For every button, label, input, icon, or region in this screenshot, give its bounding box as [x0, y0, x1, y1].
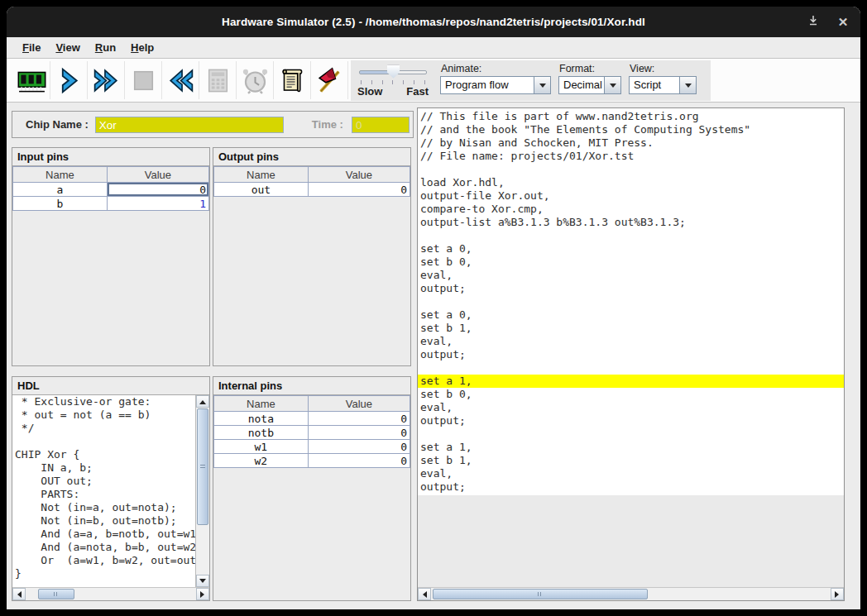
scroll-right-button[interactable]	[831, 588, 844, 600]
internal-pins-title: Internal pins	[213, 377, 410, 395]
pin-value[interactable]: 0	[308, 426, 410, 440]
menu-file[interactable]: File	[15, 41, 48, 54]
speed-slider: Slow Fast	[357, 63, 429, 98]
code-line: Not (in=a, out=nota);	[12, 501, 195, 514]
menu-bar: FileViewRunHelp	[7, 37, 860, 59]
code-line	[418, 295, 844, 308]
pin-value[interactable]: 0	[308, 183, 410, 197]
code-line	[418, 427, 844, 441]
input-pins-title: Input pins	[12, 148, 209, 166]
animate-value: Program flow	[441, 77, 534, 93]
pin-name: notb	[214, 426, 309, 440]
code-line: // File name: projects/01/Xor.tst	[418, 150, 844, 163]
pin-row-b: b1	[13, 197, 209, 211]
minimize-button[interactable]	[799, 7, 827, 37]
time-field: 0	[352, 117, 410, 133]
code-line: output;	[418, 414, 844, 427]
code-line: // This file is part of www.nand2tetris.…	[418, 110, 844, 123]
speed-slider-ticks	[357, 79, 429, 84]
hdl-vertical-scrollbar[interactable]	[196, 395, 209, 587]
code-line: set a 0,	[418, 308, 844, 322]
pin-value[interactable]: 0	[308, 454, 410, 468]
calculator-button[interactable]	[199, 61, 237, 99]
pin-name: b	[13, 197, 108, 211]
view-label: View:	[630, 63, 697, 74]
view-value: Script	[630, 77, 679, 93]
input-pins-tbody: a0b1	[13, 183, 209, 211]
reset-icon	[165, 65, 196, 96]
calculator-icon	[203, 65, 233, 96]
chevron-down-icon[interactable]	[604, 77, 620, 93]
code-line: eval,	[418, 467, 844, 480]
menu-run[interactable]: Run	[88, 41, 123, 54]
code-line: */	[12, 422, 195, 435]
code-line: }	[12, 567, 195, 580]
scroll-up-button[interactable]	[196, 395, 209, 408]
scroll-down-button[interactable]	[196, 575, 209, 587]
load-chip-button[interactable]	[13, 61, 50, 99]
hdl-hscroll-thumb[interactable]	[38, 589, 74, 599]
pin-value[interactable]: 0	[308, 412, 410, 426]
internal-pins-tbody: nota0notb0w10w20	[214, 412, 410, 468]
pin-value[interactable]: 0	[308, 440, 410, 454]
arrow-right-icon	[200, 591, 208, 598]
hdl-vscroll-thumb[interactable]	[197, 408, 208, 525]
code-line: eval,	[418, 401, 844, 414]
column-header-name: Name	[214, 396, 309, 412]
stop-icon	[128, 65, 159, 96]
close-button[interactable]: ✕	[829, 7, 857, 37]
toolbar-options-panel: Slow Fast Animate: Program flow Format: …	[351, 60, 711, 101]
speed-slider-thumb[interactable]	[387, 65, 400, 79]
pin-row-out: out0	[214, 183, 410, 197]
chip-name-bar: Chip Name : Xor Time : 0	[12, 111, 414, 138]
minimize-icon	[807, 15, 819, 30]
code-line: load Xor.hdl,	[418, 176, 844, 189]
scroll-left-button[interactable]	[12, 588, 26, 600]
chevron-down-icon[interactable]	[534, 77, 550, 93]
format-select[interactable]: Decimal	[558, 76, 621, 94]
pin-value[interactable]: 1	[107, 197, 208, 211]
menu-help[interactable]: Help	[123, 41, 161, 54]
arrow-left-icon	[14, 591, 22, 598]
code-line: set a 1,	[418, 441, 844, 454]
slider-slow-label: Slow	[357, 85, 382, 98]
breakpoints-button[interactable]	[311, 61, 348, 99]
arrow-down-icon	[199, 579, 206, 586]
clock-button[interactable]	[237, 61, 274, 99]
chevron-down-icon[interactable]	[679, 77, 696, 93]
stop-button[interactable]	[125, 61, 162, 99]
toolbar-buttons	[13, 61, 348, 99]
pin-name: nota	[214, 412, 309, 426]
run-button[interactable]	[88, 61, 125, 99]
breakpoints-icon	[314, 65, 345, 96]
hdl-title: HDL	[12, 377, 209, 395]
scroll-left-button[interactable]	[418, 588, 431, 600]
column-header-name: Name	[214, 167, 309, 183]
script-hscroll-thumb[interactable]	[433, 589, 648, 599]
menu-view[interactable]: View	[48, 41, 87, 54]
pin-value[interactable]: 0	[107, 183, 208, 197]
hdl-horizontal-scrollbar[interactable]	[12, 587, 209, 600]
script-horizontal-scrollbar[interactable]	[418, 587, 844, 600]
pin-row-w2: w20	[214, 454, 410, 468]
reset-button[interactable]	[162, 61, 199, 99]
toolbar: Slow Fast Animate: Program flow Format: …	[7, 59, 860, 103]
code-line: CHIP Xor {	[12, 448, 195, 461]
scroll-right-button[interactable]	[196, 588, 209, 600]
view-select[interactable]: Script	[629, 76, 697, 94]
code-line: * out = not (a == b)	[12, 408, 195, 422]
code-line: output-list a%B3.1.3 b%B3.1.3 out%B3.1.3…	[418, 216, 844, 229]
close-icon: ✕	[838, 15, 849, 30]
pin-row-w1: w10	[214, 440, 410, 454]
pin-row-notb: notb0	[214, 426, 410, 440]
pin-name: a	[13, 183, 108, 197]
script-view: // This file is part of www.nand2tetris.…	[418, 108, 844, 587]
animate-select[interactable]: Program flow	[440, 76, 551, 94]
chip-name-field[interactable]: Xor	[95, 117, 284, 133]
output-pins-panel: Output pins Name Value out0	[213, 147, 411, 366]
view-script-button[interactable]	[274, 61, 311, 99]
pin-name: out	[214, 183, 309, 197]
input-pins-panel: Input pins Name Value a0b1	[12, 147, 210, 366]
output-pins-table: Name Value out0	[213, 166, 410, 197]
single-step-button[interactable]	[50, 61, 88, 99]
